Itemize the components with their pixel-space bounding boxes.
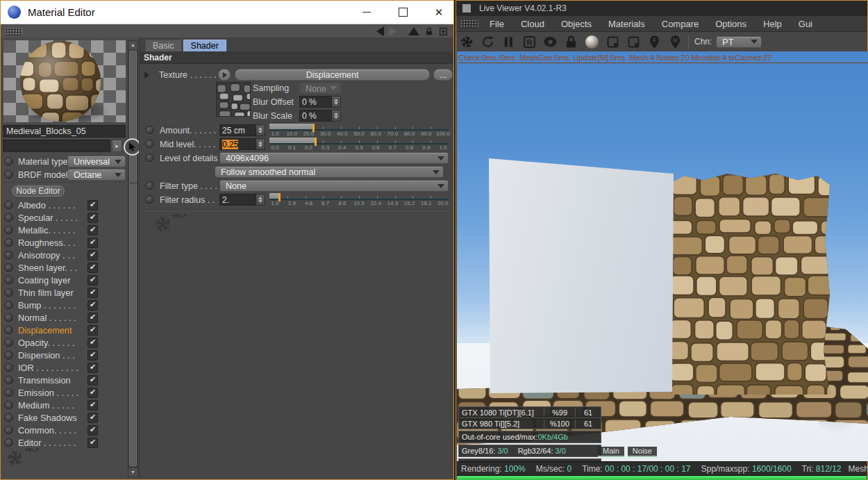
channel-checkbox[interactable]: ✔	[87, 313, 98, 323]
stepper-icon[interactable]	[332, 96, 341, 108]
channel-checkbox[interactable]: ✔	[87, 400, 98, 411]
texture-button[interactable]: Displacement	[235, 69, 430, 81]
pause-render-icon[interactable]	[498, 33, 519, 50]
channel-radio[interactable]	[4, 251, 13, 260]
material-ball-icon[interactable]	[581, 33, 602, 50]
channel-row-specular[interactable]: Specular . . . . .✔	[1, 211, 126, 224]
channel-radio[interactable]	[4, 426, 13, 435]
channel-dropdown[interactable]: PT	[716, 36, 762, 48]
channel-checkbox[interactable]: ✔	[87, 375, 98, 386]
channel-checkbox[interactable]: ✔	[87, 300, 98, 311]
menu-objects[interactable]: Objects	[553, 19, 600, 29]
channel-row-ior[interactable]: IOR . . . . . . . . .✔	[1, 361, 126, 374]
material-type-radio[interactable]	[4, 157, 13, 166]
shader-section-header[interactable]: Shader	[140, 51, 453, 64]
menu-options[interactable]: Options	[707, 19, 755, 29]
drag-grip-icon[interactable]	[460, 19, 478, 28]
menu-cloud[interactable]: Cloud	[512, 19, 553, 29]
brdf-radio[interactable]	[4, 170, 13, 179]
texture-path-input[interactable]	[3, 140, 110, 152]
material-type-dropdown[interactable]: Universal	[67, 156, 126, 167]
channel-radio[interactable]	[4, 238, 13, 247]
filter-radius-radio[interactable]	[145, 195, 154, 204]
channel-checkbox[interactable]: ✔	[87, 413, 98, 423]
texture-more-button[interactable]: ...	[433, 69, 453, 81]
reset-render-icon[interactable]: R	[519, 33, 540, 50]
amount-slider[interactable]: 1.010.020.030.040.050.060.070.080.090.01…	[269, 124, 449, 137]
drag-grip-icon[interactable]	[4, 27, 22, 35]
channel-radio[interactable]	[4, 438, 13, 447]
channel-checkbox[interactable]: ✔	[87, 263, 98, 273]
stepper-icon[interactable]	[256, 124, 265, 136]
restart-render-icon[interactable]	[477, 33, 498, 50]
channel-checkbox[interactable]: ✔	[87, 350, 98, 361]
material-preview[interactable]	[3, 40, 126, 122]
material-name-input[interactable]: Medieval_Blocks_05	[3, 125, 126, 138]
mid-level-field[interactable]: 0.25	[219, 138, 265, 150]
back-icon[interactable]	[376, 26, 384, 36]
channel-row-sheen[interactable]: Sheen layer. . .✔	[1, 261, 126, 274]
lod-dropdown[interactable]: 4096x4096	[219, 152, 449, 164]
channel-radio[interactable]	[4, 201, 13, 210]
channel-radio[interactable]	[4, 351, 13, 360]
channel-row-albedo[interactable]: Albedo . . . . . .✔	[1, 199, 126, 211]
mid-level-radio[interactable]	[145, 140, 154, 149]
channel-checkbox[interactable]: ✔	[87, 388, 98, 398]
channel-checkbox[interactable]: ✔	[87, 438, 98, 448]
channel-row-emission[interactable]: Emission . . . . .✔	[1, 386, 126, 399]
channel-checkbox[interactable]: ✔	[87, 288, 98, 298]
channel-checkbox[interactable]: ✔	[87, 425, 98, 436]
channel-checkbox[interactable]: ✔	[87, 325, 98, 336]
forward-icon[interactable]	[389, 26, 397, 36]
amount-field[interactable]: 25 cm	[219, 124, 265, 136]
filter-radius-field[interactable]: 2.	[219, 194, 265, 206]
amount-radio[interactable]	[145, 126, 154, 135]
tab-noise[interactable]: Noise	[628, 447, 657, 457]
channel-radio[interactable]	[4, 363, 13, 372]
menu-gui[interactable]: Gui	[790, 19, 821, 29]
channel-checkbox[interactable]: ✔	[87, 238, 98, 248]
menu-materials[interactable]: Materials	[600, 19, 653, 29]
channel-radio[interactable]	[4, 313, 13, 322]
channel-row-fakeshadows[interactable]: Fake Shadows✔	[1, 411, 126, 424]
channel-radio[interactable]	[4, 226, 13, 235]
material-editor-titlebar[interactable]: Material Editor ✕	[1, 1, 453, 24]
channel-row-opacity[interactable]: Opacity. . . . . .✔	[1, 336, 126, 349]
channel-row-medium[interactable]: Medium . . . . .✔	[1, 399, 126, 411]
expand-icon[interactable]	[144, 72, 149, 78]
channel-checkbox[interactable]: ✔	[87, 200, 98, 210]
tab-shader[interactable]: Shader	[183, 40, 226, 51]
lock-icon[interactable]	[424, 26, 434, 37]
blur-offset-field[interactable]: 0 %	[299, 96, 341, 108]
texture-node-button[interactable]	[218, 69, 231, 81]
channel-radio[interactable]	[4, 326, 13, 335]
channel-row-transmission[interactable]: Transmission✔	[1, 374, 126, 386]
channel-checkbox[interactable]: ✔	[87, 213, 98, 223]
texture-thumbnail[interactable]	[216, 82, 251, 117]
up-icon[interactable]	[408, 27, 419, 35]
add-panel-icon[interactable]	[439, 27, 448, 36]
live-viewer-titlebar[interactable]: Live Viewer V4.02.1-R3	[456, 1, 867, 16]
menu-help[interactable]: Help	[755, 19, 790, 29]
octane-logo-icon[interactable]	[456, 33, 477, 50]
render-viewport[interactable]: Check:0ms./0ms. MeshGen:0ms. Update[M]:0…	[457, 51, 868, 461]
texture-menu-button[interactable]: ▸	[112, 140, 122, 152]
filter-type-dropdown[interactable]: None	[219, 180, 449, 192]
channel-checkbox[interactable]: ✔	[87, 338, 98, 348]
channel-row-normal[interactable]: Normal . . . . . .✔	[1, 311, 126, 324]
channel-row-thinfilm[interactable]: Thin film layer✔	[1, 286, 126, 299]
channel-row-anisotropy[interactable]: Anisotropy . . .✔	[1, 249, 126, 261]
scroll-up-icon[interactable]: ▲	[128, 41, 137, 49]
menu-file[interactable]: File	[481, 19, 512, 29]
filter-radius-slider[interactable]: 1.02.94.86.78.610.512.414.316.218.120.0	[269, 193, 449, 206]
node-editor-button[interactable]: Node Editor	[12, 185, 65, 197]
channel-row-dispersion[interactable]: Dispersion . . .✔	[1, 349, 126, 361]
channel-row-common[interactable]: Common. . . . .✔	[1, 424, 126, 436]
channel-radio[interactable]	[4, 413, 13, 422]
channel-checkbox[interactable]: ✔	[87, 250, 98, 260]
render-region-icon[interactable]	[602, 33, 623, 50]
channel-row-coating[interactable]: Coating layer✔	[1, 274, 126, 286]
channel-radio[interactable]	[4, 301, 13, 310]
channel-radio[interactable]	[4, 338, 13, 347]
channel-row-metallic[interactable]: Metallic. . . . . .✔	[1, 224, 126, 236]
